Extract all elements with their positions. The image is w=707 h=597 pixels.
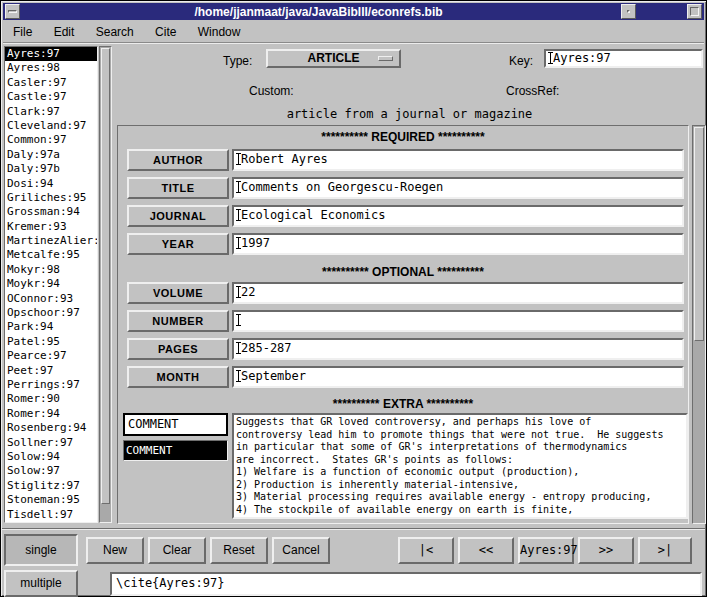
extra-field-list: COMMENT — [123, 440, 228, 461]
text-caret — [238, 209, 239, 221]
key-label: Key: — [509, 54, 533, 68]
prev-record-button[interactable]: << — [458, 537, 514, 564]
reference-list-item[interactable]: Peet:97 — [5, 364, 97, 378]
new-button[interactable]: New — [86, 537, 144, 564]
reference-list-item[interactable]: MartinezAlier:9 — [5, 234, 97, 248]
journal-row: JOURNAL Ecological Economics — [118, 205, 688, 227]
reference-list-item[interactable]: Casler:97 — [5, 76, 97, 90]
pages-input[interactable]: 285-287 — [232, 338, 684, 360]
reference-list-item[interactable]: Patel:95 — [5, 335, 97, 349]
menu-cite[interactable]: Cite — [147, 21, 184, 43]
extra-field-name-input[interactable]: COMMENT — [123, 413, 228, 436]
reference-list-item[interactable]: Daly:97b — [5, 162, 97, 176]
reference-list-item[interactable]: Common:97 — [5, 133, 97, 147]
month-input[interactable]: September — [232, 366, 684, 388]
app-window: /home/jjanmaat/java/JavaBibIII/econrefs.… — [0, 0, 707, 597]
reference-list-item[interactable]: Castle:97 — [5, 90, 97, 104]
reference-list: Ayres:97 Ayres:98 Casler:97 Castle:97 Cl… — [4, 46, 98, 523]
window-title: /home/jjanmaat/java/JavaBibIII/econrefs.… — [23, 5, 614, 19]
cancel-button[interactable]: Cancel — [272, 537, 330, 564]
menubar: File Edit Search Cite Window — [3, 21, 704, 43]
number-input[interactable] — [232, 310, 684, 332]
reference-list-item[interactable]: Stoneman:95 — [5, 493, 97, 507]
titlebar[interactable]: /home/jjanmaat/java/JavaBibIII/econrefs.… — [3, 3, 704, 20]
volume-label: VOLUME — [127, 282, 229, 304]
text-caret — [238, 181, 239, 193]
scrollbar-thumb[interactable] — [101, 48, 110, 504]
reference-list-item[interactable]: Romer:90 — [5, 392, 97, 406]
menu-edit[interactable]: Edit — [46, 21, 83, 43]
reference-list-item[interactable]: Stiglitz:97 — [5, 479, 97, 493]
year-input[interactable]: 1997 — [232, 233, 684, 255]
multiple-mode-toggle[interactable]: multiple — [4, 570, 78, 597]
key-field[interactable]: Ayres:97 — [544, 49, 703, 68]
menu-file[interactable]: File — [5, 21, 40, 43]
reference-list-item[interactable]: Rosenberg:94 — [5, 421, 97, 435]
reference-list-item[interactable]: Ayres:97 — [5, 47, 97, 61]
reference-list-item[interactable]: OConnor:93 — [5, 292, 97, 306]
reference-list-item[interactable]: Cleveland:97 — [5, 119, 97, 133]
single-mode-toggle[interactable]: single — [4, 534, 78, 566]
reference-list-item[interactable]: Griliches:95 — [5, 191, 97, 205]
reference-list-item[interactable]: Mokyr:98 — [5, 263, 97, 277]
clear-button[interactable]: Clear — [148, 537, 206, 564]
pages-label: PAGES — [127, 338, 229, 360]
text-caret — [238, 237, 239, 249]
text-caret — [238, 314, 239, 326]
current-record-button[interactable]: Ayres:97 — [518, 537, 574, 564]
reference-list-item[interactable]: Sollner:97 — [5, 436, 97, 450]
menu-search[interactable]: Search — [88, 21, 142, 43]
reference-list-item[interactable]: Pearce:97 — [5, 349, 97, 363]
next-record-button[interactable]: >> — [578, 537, 634, 564]
text-caret — [238, 153, 239, 165]
entry-form: ********** REQUIRED ********** AUTHOR Ro… — [117, 125, 689, 524]
reset-button[interactable]: Reset — [210, 537, 268, 564]
window-menu-button[interactable] — [5, 4, 20, 19]
reference-list-item[interactable]: Clark:97 — [5, 105, 97, 119]
last-record-button[interactable]: >| — [638, 537, 692, 564]
number-row: NUMBER — [118, 310, 688, 332]
reference-list-item[interactable]: Kremer:93 — [5, 220, 97, 234]
number-label: NUMBER — [127, 310, 229, 332]
reference-list-item[interactable]: Metcalfe:95 — [5, 248, 97, 262]
journal-input[interactable]: Ecological Economics — [232, 205, 684, 227]
scrollbar-thumb[interactable] — [694, 127, 704, 341]
reference-list-item[interactable]: Park:94 — [5, 320, 97, 334]
reference-list-item[interactable]: Romer:94 — [5, 407, 97, 421]
reference-list-item[interactable]: Opschoor:97 — [5, 306, 97, 320]
reference-list-item[interactable]: Grossman:94 — [5, 205, 97, 219]
reference-list-item[interactable]: Ayres:98 — [5, 61, 97, 75]
maximize-icon — [690, 7, 699, 16]
text-caret — [238, 342, 239, 354]
form-scrollbar[interactable] — [692, 125, 706, 524]
reference-list-item[interactable]: Dosi:94 — [5, 177, 97, 191]
comment-textarea[interactable]: Suggests that GR loved controversy, and … — [232, 413, 688, 519]
reference-list-item[interactable]: Solow:97 — [5, 464, 97, 478]
year-row: YEAR 1997 — [118, 233, 688, 255]
option-menu-indicator-icon — [378, 56, 393, 61]
reference-list-item[interactable]: Tisdell:97 — [5, 508, 97, 522]
reference-list-item[interactable]: Moykr:94 — [5, 277, 97, 291]
cite-command-field[interactable]: \cite{Ayres:97} — [110, 572, 702, 596]
reference-list-item[interactable]: Solow:94 — [5, 450, 97, 464]
author-input[interactable]: Robert Ayres — [232, 149, 684, 171]
maximize-button[interactable] — [687, 4, 702, 19]
first-record-button[interactable]: |< — [398, 537, 454, 564]
iconify-button[interactable] — [621, 4, 636, 19]
optional-section-header: ********** OPTIONAL ********** — [118, 265, 688, 279]
volume-row: VOLUME 22 — [118, 282, 688, 304]
entry-header: Type: ARTICLE Key: Ayres:97 Custom: Cros… — [113, 45, 706, 125]
reference-list-item[interactable]: Daly:97a — [5, 148, 97, 162]
author-row: AUTHOR Robert Ayres — [118, 149, 688, 171]
volume-input[interactable]: 22 — [232, 282, 684, 304]
type-option-menu[interactable]: ARTICLE — [266, 49, 401, 68]
menu-window[interactable]: Window — [190, 21, 249, 43]
bottom-bar: single multiple New Clear Reset Cancel |… — [2, 528, 705, 597]
reference-list-scrollbar[interactable] — [99, 46, 112, 523]
extra-field-list-item[interactable]: COMMENT — [124, 441, 227, 460]
title-row: TITLE Comments on Georgescu-Roegen — [118, 177, 688, 199]
text-caret — [550, 52, 551, 64]
reference-list-item[interactable]: Perrings:97 — [5, 378, 97, 392]
type-label: Type: — [223, 54, 252, 68]
title-input[interactable]: Comments on Georgescu-Roegen — [232, 177, 684, 199]
